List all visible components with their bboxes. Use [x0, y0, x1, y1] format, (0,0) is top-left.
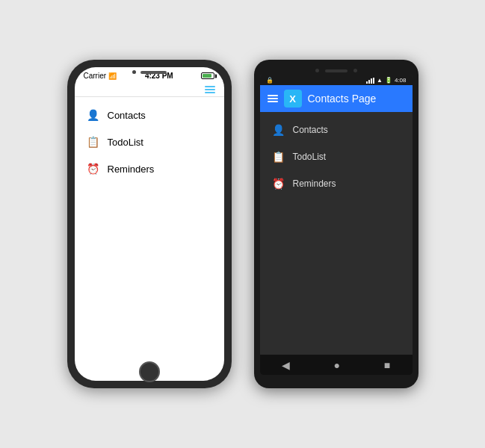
android-app-icon-text: X	[289, 93, 296, 105]
ios-battery-fill	[203, 74, 211, 78]
ios-battery-icon	[201, 72, 214, 79]
ios-camera	[132, 70, 136, 74]
android-recent-button[interactable]: ■	[384, 359, 390, 371]
ios-contacts-icon: 👤	[87, 109, 100, 121]
android-wifi-icon: ▲	[377, 77, 383, 84]
ios-hamburger-icon[interactable]	[205, 86, 215, 93]
android-todolist-icon: 📋	[272, 151, 285, 163]
android-bottom-bezel	[260, 375, 413, 382]
ios-reminders-icon: ⏰	[87, 163, 100, 175]
ios-wifi-icon: 📶	[108, 72, 117, 80]
android-menu-list: 👤 Contacts 📋 TodoList ⏰ Reminders	[260, 112, 413, 355]
android-menu-item-reminders[interactable]: ⏰ Reminders	[260, 170, 413, 197]
ios-phone: Carrier 📶 4:23 PM 👤 Contacts 📋	[67, 60, 232, 388]
android-status-bar: 🔒 ▲ 🔋 4:08	[260, 75, 413, 85]
android-status-right: ▲ 🔋 4:08	[366, 77, 407, 84]
android-bottom-nav: ◀ ● ■	[260, 355, 413, 375]
android-top-bezel	[260, 66, 413, 75]
ios-status-right	[201, 72, 214, 79]
ios-nav-bar	[75, 83, 224, 97]
android-toolbar-title: Contacts Page	[308, 93, 377, 105]
android-contacts-icon: 👤	[272, 124, 285, 136]
android-screen: 🔒 ▲ 🔋 4:08 X Contacts Page	[260, 75, 413, 375]
android-todolist-label: TodoList	[293, 152, 327, 162]
ios-speaker	[140, 71, 167, 74]
ios-contacts-label: Contacts	[108, 110, 146, 121]
android-lock-icon: 🔒	[266, 77, 274, 84]
android-sensor	[353, 69, 357, 72]
android-app-icon: X	[284, 90, 302, 108]
ios-home-button[interactable]	[139, 361, 160, 382]
android-speaker	[325, 69, 347, 72]
android-signal-icon	[366, 78, 374, 84]
android-contacts-label: Contacts	[293, 125, 328, 135]
android-menu-item-contacts[interactable]: 👤 Contacts	[260, 116, 413, 143]
android-back-button[interactable]: ◀	[282, 359, 290, 371]
android-home-button[interactable]: ●	[334, 359, 340, 371]
android-phone: 🔒 ▲ 🔋 4:08 X Contacts Page	[254, 60, 418, 388]
android-hamburger-icon[interactable]	[268, 95, 278, 102]
ios-menu-item-contacts[interactable]: 👤 Contacts	[75, 102, 224, 128]
android-reminders-label: Reminders	[293, 178, 336, 189]
ios-status-left: Carrier 📶	[84, 72, 117, 80]
ios-todolist-label: TodoList	[108, 137, 143, 148]
android-reminders-icon: ⏰	[272, 178, 285, 190]
ios-reminders-label: Reminders	[108, 164, 155, 175]
android-camera	[315, 69, 319, 72]
ios-todolist-icon: 📋	[87, 136, 100, 148]
android-battery-icon: 🔋	[385, 77, 392, 84]
ios-menu-item-reminders[interactable]: ⏰ Reminders	[75, 155, 224, 182]
ios-menu-list: 👤 Contacts 📋 TodoList ⏰ Reminders	[75, 97, 224, 381]
android-menu-item-todolist[interactable]: 📋 TodoList	[260, 143, 413, 170]
android-toolbar: X Contacts Page	[260, 85, 413, 112]
ios-menu-item-todolist[interactable]: 📋 TodoList	[75, 128, 224, 155]
android-time-label: 4:08	[395, 77, 407, 84]
ios-carrier-label: Carrier	[84, 72, 107, 80]
ios-screen: Carrier 📶 4:23 PM 👤 Contacts 📋	[75, 67, 224, 381]
